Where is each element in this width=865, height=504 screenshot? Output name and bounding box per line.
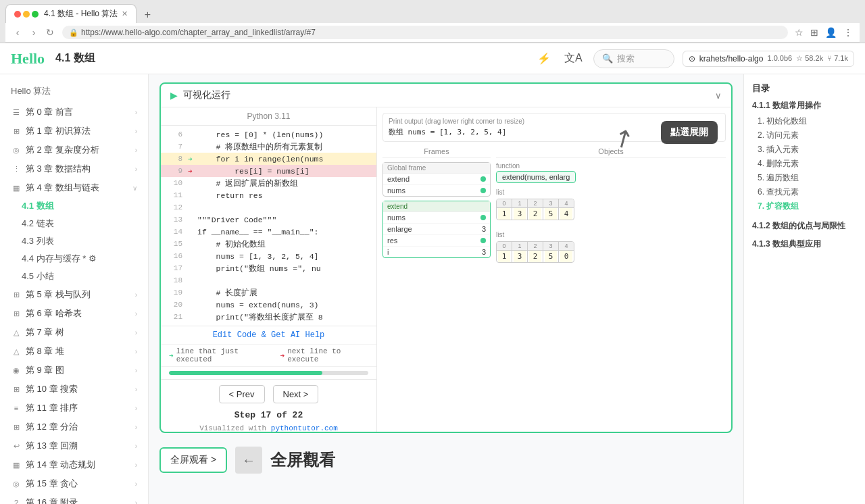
ch14-icon: ▦	[11, 459, 22, 470]
ch2-icon: ◎	[11, 145, 22, 155]
toc-section-title-413[interactable]: 4.1.3 数组典型应用	[752, 238, 857, 250]
github-link[interactable]: ⊙ krahets/hello-algo 1.0.0b6 ☆ 58.2k ⑂ 7…	[683, 51, 854, 67]
ch15-label: 第 15 章 贪心	[26, 478, 131, 490]
sidebar-item-ch10[interactable]: ⊞ 第 10 章 搜索 ›	[0, 380, 148, 399]
sidebar-item-ch5[interactable]: ⊞ 第 5 章 栈与队列 ›	[0, 285, 148, 304]
sidebar-item-ch9[interactable]: ◉ 第 9 章 图 ›	[0, 361, 148, 380]
sidebar-item-ch14[interactable]: ▦ 第 14 章 动态规划 ›	[0, 455, 148, 474]
toc-item-2[interactable]: 2. 访问元素	[752, 128, 857, 143]
global-frame-row-nums: nums	[383, 185, 490, 196]
toc-section-title-411: 4.1.1 数组常用操作	[752, 100, 857, 111]
sidebar-item-ch15[interactable]: ◎ 第 15 章 贪心 ›	[0, 474, 148, 493]
sidebar-item-ch4-2[interactable]: 4.2 链表	[0, 215, 148, 232]
menu-icon[interactable]: ⋮	[842, 26, 854, 39]
ch10-arrow: ›	[135, 386, 137, 393]
new-tab-button[interactable]: +	[139, 7, 155, 23]
reload-button[interactable]: ↻	[43, 26, 57, 39]
toc-item-5[interactable]: 5. 遍历数组	[752, 171, 857, 185]
bookmark-icon[interactable]: ☆	[793, 26, 805, 39]
ch4-label: 第 4 章 数组与链表	[26, 182, 128, 194]
github-forks: ⑂ 7.1k	[827, 54, 848, 63]
sidebar-item-ch8[interactable]: △ 第 8 章 堆 ›	[0, 342, 148, 361]
sidebar-item-ch7[interactable]: △ 第 7 章 树 ›	[0, 323, 148, 342]
vis-credit: Visualized with pythontutor.com	[161, 422, 376, 432]
code-icon[interactable]: ⚡	[535, 49, 553, 68]
close-dot[interactable]	[14, 11, 21, 18]
edit-code-link[interactable]: Edit Code & Get AI Help	[161, 326, 376, 344]
ch1-arrow: ›	[135, 128, 137, 135]
sidebar-item-ch4-1[interactable]: 4.1 数组	[0, 197, 148, 215]
logo: Hello	[11, 50, 45, 68]
sidebar-item-ch6[interactable]: ⊞ 第 6 章 哈希表 ›	[0, 304, 148, 323]
visualizer-header[interactable]: ▶ 可视化运行 ∨	[161, 84, 731, 107]
sidebar-title: Hello 算法	[0, 82, 148, 103]
forward-button[interactable]: ›	[27, 26, 41, 39]
github-stars: ☆ 58.2k	[796, 54, 823, 63]
ch1-label: 第 1 章 初识算法	[26, 125, 131, 137]
code-language: Python 3.11	[161, 107, 376, 126]
ch7-arrow: ›	[135, 329, 137, 336]
toc-item-3[interactable]: 3. 插入元素	[752, 143, 857, 157]
fullscreen-button[interactable]: 全屏观看 >	[159, 447, 227, 473]
toc-item-4[interactable]: 4. 删除元素	[752, 157, 857, 171]
list1-container: list 0 1 1 3	[496, 188, 726, 224]
edit-code-anchor[interactable]: Edit Code & Get AI Help	[213, 330, 325, 340]
extend-val-i: 3	[482, 248, 486, 256]
sidebar-item-ch0[interactable]: ☰ 第 0 章 前言 ›	[0, 103, 148, 122]
extend-frame-row-nums: nums	[383, 212, 490, 224]
prev-button[interactable]: < Prev	[219, 385, 265, 403]
visualizer-panel: ▶ 可视化运行 ∨ Python 3.11 6	[159, 82, 733, 433]
extensions-icon[interactable]: ⊞	[809, 26, 820, 39]
ch5-arrow: ›	[135, 291, 137, 299]
expand-icon[interactable]: ∨	[715, 91, 722, 101]
sidebar-item-ch16[interactable]: ? 第 16 章 附录 ›	[0, 493, 148, 504]
ch12-icon: ⊞	[11, 422, 22, 432]
sidebar-item-ch4-5[interactable]: 4.5 小结	[0, 268, 148, 285]
vis-play-icon: ▶	[170, 90, 178, 101]
ch16-label: 第 16 章 附录	[26, 497, 131, 504]
sidebar-item-ch4-3[interactable]: 4.3 列表	[0, 232, 148, 250]
extend-frame-row-res: res	[383, 235, 490, 247]
list2-cell-4: 4 0	[559, 242, 574, 262]
sidebar-item-ch4-4[interactable]: 4.4 内存与缓存 * ⚙	[0, 250, 148, 268]
search-box[interactable]: 🔍 搜索	[593, 49, 674, 68]
url-bar[interactable]: 🔒 https://www.hello-algo.com/chapter_arr…	[62, 26, 788, 39]
toc-section-412: 4.1.2 数组的优点与局限性	[752, 220, 857, 232]
ch10-label: 第 10 章 搜索	[26, 383, 131, 395]
extend-frame: extend nums enlarge 3	[382, 201, 491, 258]
back-button[interactable]: ‹	[11, 26, 24, 39]
pythontutor-link[interactable]: pythontutor.com	[271, 424, 338, 432]
sidebar-item-ch11[interactable]: ≡ 第 11 章 排序 ›	[0, 399, 148, 418]
ch7-label: 第 7 章 树	[26, 326, 131, 338]
toc-section-title-412[interactable]: 4.1.2 数组的优点与局限性	[752, 220, 857, 232]
toc-item-6[interactable]: 6. 查找元素	[752, 185, 857, 199]
legend-red-arrow: ➜	[280, 351, 285, 360]
sidebar-item-ch13[interactable]: ↩ 第 13 章 回溯 ›	[0, 436, 148, 455]
maximize-dot[interactable]	[32, 11, 39, 18]
tab-close-icon[interactable]: ✕	[122, 9, 128, 18]
search-icon: 🔍	[602, 53, 613, 64]
tab-title: 4.1 数组 - Hello 算法	[44, 8, 118, 20]
global-ptr-nums	[480, 188, 486, 193]
global-var-extend: extend	[387, 175, 478, 183]
browser-tab[interactable]: 4.1 数组 - Hello 算法 ✕	[5, 4, 137, 23]
sidebar-item-ch4[interactable]: ▦ 第 4 章 数组与链表 ∨	[0, 178, 148, 197]
sidebar-item-ch3[interactable]: ⋮ 第 3 章 数据结构 ›	[0, 159, 148, 178]
code-line-12: 12	[161, 201, 376, 213]
sidebar-item-ch1[interactable]: ⊞ 第 1 章 初识算法 ›	[0, 122, 148, 141]
toc-item-7[interactable]: 7. 扩容数组	[752, 199, 857, 213]
tooltip-text: 點選展開	[670, 126, 708, 137]
fullscreen-arrow-icon: ←	[235, 447, 262, 474]
minimize-dot[interactable]	[23, 11, 30, 18]
sidebar-item-ch12[interactable]: ⊞ 第 12 章 分治 ›	[0, 418, 148, 436]
code-line-16: 16 nums = [1, 3, 2, 5, 4]	[161, 250, 376, 262]
sidebar-item-ch2[interactable]: ◎ 第 2 章 复杂度分析 ›	[0, 141, 148, 159]
toc-item-1[interactable]: 1. 初始化数组	[752, 114, 857, 128]
list2-cell-0: 0 1	[497, 242, 512, 262]
code-line-9: 9 ➜ res[i] = nums[i]	[161, 165, 376, 177]
next-button[interactable]: Next >	[273, 385, 319, 403]
profile-icon[interactable]: 👤	[824, 26, 838, 39]
extend-val-enlarge: 3	[482, 225, 486, 233]
translate-icon[interactable]: 文A	[562, 49, 585, 68]
ch1-icon: ⊞	[11, 126, 22, 136]
